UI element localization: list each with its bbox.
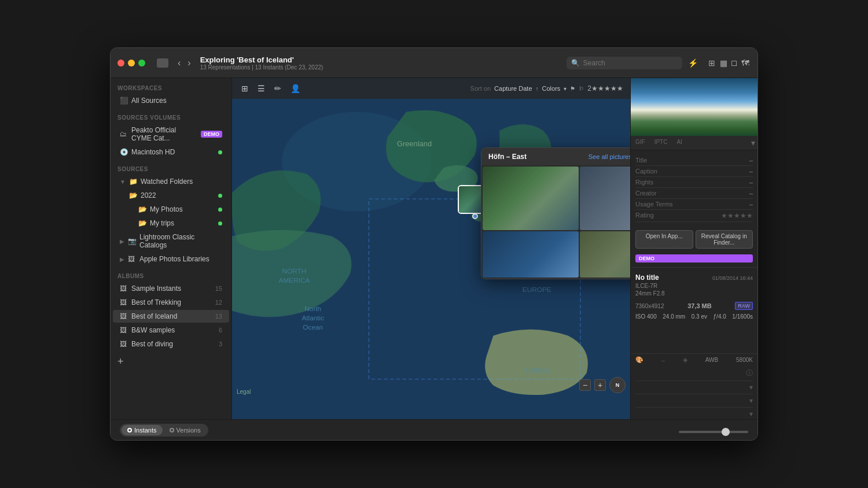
compass[interactable]: N [609, 377, 626, 393]
demo-badge-peakto: DEMO [201, 131, 222, 138]
popup-photo-2[interactable] [580, 167, 630, 230]
sidebar-album-diving[interactable]: 🖼 Best of diving 3 [113, 338, 229, 350]
meta-key-rating: Rating [635, 212, 654, 220]
section-chevron-3[interactable]: ▾ [749, 410, 753, 418]
instants-tab[interactable]: Instants [122, 425, 163, 435]
filter-icon[interactable]: ⚡ [688, 58, 698, 68]
sidebar-item-2022[interactable]: 📂 2022 [113, 189, 229, 202]
adjustment-icon: ◈ [683, 356, 687, 364]
versions-tab[interactable]: Versions [164, 425, 207, 435]
colors-label[interactable]: Colors [542, 85, 561, 92]
album-iceland-label: Best of Iceland [131, 312, 212, 320]
add-album-button[interactable]: + [111, 351, 231, 372]
sources-volumes-label: Sources Volumes [111, 108, 231, 123]
album-diving-icon: 🖼 [120, 340, 128, 348]
raw-badge: RAW [735, 302, 753, 310]
sidebar-item-my-photos[interactable]: 📂 My Photos [113, 203, 229, 216]
drive-icon: 💿 [120, 148, 128, 156]
view-mode-pill: Instants Versions [120, 424, 208, 437]
sidebar-album-sample[interactable]: 🖼 Sample Instants 15 [113, 282, 229, 295]
meta-value-creator: – [749, 190, 753, 197]
search-input[interactable] [583, 59, 664, 67]
close-button[interactable] [117, 60, 124, 66]
info-icon[interactable]: ⓘ [746, 368, 753, 378]
people-icon[interactable]: 👤 [288, 82, 303, 95]
meta-key-caption: Caption [635, 168, 657, 175]
zoom-slider[interactable] [679, 431, 748, 433]
shutter-value: 1/1600s [732, 313, 753, 320]
map-toolbar: ⊞ ☰ ✏ 👤 Sort on Capture Date ↑ Colors ▾ … [232, 78, 630, 99]
search-icon: 🔍 [571, 59, 580, 67]
meta-row-rights: Rights – [635, 177, 753, 188]
app-window: ‹ › Exploring 'Best of Iceland' 13 Repre… [110, 47, 758, 441]
panel-sections: ▾ ▾ ▾ [631, 380, 757, 419]
folder-trips-icon: 📂 [138, 219, 146, 227]
sidebar-toggle[interactable] [157, 58, 168, 68]
panel-chevron-icon[interactable]: ▾ [749, 136, 757, 150]
table-icon[interactable]: ⊞ [239, 82, 251, 95]
versions-tab-icon [170, 428, 174, 432]
map-view-button[interactable]: □ [731, 57, 738, 69]
meta-value-rights: – [749, 179, 753, 186]
sidebar-item-peakto[interactable]: 🗂 Peakto Official CYME Cat... DEMO [113, 124, 229, 145]
tab-gif[interactable]: GIF [631, 136, 650, 150]
split-view-button[interactable]: 🗺 [740, 57, 751, 69]
meta-row-title: Title – [635, 155, 753, 166]
tab-ai[interactable]: AI [672, 136, 686, 150]
sidebar-item-lightroom[interactable]: ▶ 📷 Lightroom Classic Catalogs [113, 231, 229, 252]
tab-iptc[interactable]: IPTC [650, 136, 672, 150]
title-info: Exploring 'Best of Iceland' 13 Represent… [200, 56, 567, 71]
search-bar[interactable]: 🔍 [567, 57, 682, 69]
meta-key-rights: Rights [635, 179, 653, 186]
back-arrow[interactable]: ‹ [175, 57, 183, 69]
sidebar-item-apple-photos[interactable]: ▶ 🖼 Apple Photos Libraries [113, 253, 229, 265]
meta-row-creator: Creator – [635, 188, 753, 199]
minimize-button[interactable] [128, 60, 135, 66]
popup-photo-4[interactable] [580, 231, 630, 278]
sort-value[interactable]: Capture Date [494, 85, 532, 92]
section-chevron-1[interactable]: ▾ [749, 383, 753, 391]
svg-text:NORTH: NORTH [282, 267, 307, 275]
sidebar-album-trekking[interactable]: 🖼 Best of Trekking 12 [113, 296, 229, 309]
flag2-icon[interactable]: ⚐ [579, 86, 584, 92]
sidebar-item-my-trips[interactable]: 📂 My trips [113, 217, 229, 230]
album-iceland-count: 13 [215, 313, 222, 320]
file-size: 37,3 MB [687, 302, 712, 309]
instants-tab-label: Instants [134, 427, 157, 434]
popup-photo-3[interactable] [483, 231, 579, 278]
sidebar-item-watched-folders[interactable]: ▼ 📁 Watched Folders [113, 175, 229, 188]
sidebar-album-bw[interactable]: 🖼 B&W samples 6 [113, 324, 229, 337]
rating-stars-value[interactable]: ★★★★★ [721, 212, 753, 220]
zoom-out-button[interactable]: − [579, 379, 591, 391]
sort-controls: Sort on Capture Date ↑ Colors ▾ ⚑ ⚐ 2★★★… [470, 84, 623, 93]
fullscreen-button[interactable] [138, 60, 145, 66]
title-bar: ‹ › Exploring 'Best of Iceland' 13 Repre… [111, 48, 757, 78]
zoom-in-button[interactable]: + [594, 379, 606, 391]
color-temp: 5800K [736, 357, 753, 363]
edit-tool-icon[interactable]: ✏ [272, 82, 284, 95]
card-icon[interactable]: ☰ [255, 82, 267, 95]
meta-key-title: Title [635, 157, 647, 164]
section-chevron-2[interactable]: ▾ [749, 397, 753, 405]
reveal-in-finder-button[interactable]: Reveal Catalog in Finder... [696, 230, 753, 249]
wb-label: AWB [705, 357, 718, 363]
flag-icon[interactable]: ⚑ [570, 86, 575, 92]
see-all-button[interactable]: See all pictures in this area... [589, 153, 630, 160]
sidebar-item-macintosh[interactable]: 💿 Macintosh HD [113, 146, 229, 158]
panel-preview-image [631, 78, 757, 136]
map-area[interactable]: ⊞ ☰ ✏ 👤 Sort on Capture Date ↑ Colors ▾ … [232, 78, 630, 419]
traffic-lights [117, 60, 145, 66]
rating-stars[interactable]: 2★★★★★ [587, 84, 623, 93]
album-trekking-icon: 🖼 [120, 298, 128, 306]
list-view-button[interactable]: ▦ [719, 57, 729, 69]
lightroom-label: Lightroom Classic Catalogs [139, 233, 222, 249]
sidebar-item-all-sources[interactable]: ⬛ All Sources [113, 94, 229, 107]
popup-photo-1[interactable] [483, 167, 579, 230]
colors-chevron-icon[interactable]: ▾ [564, 86, 567, 92]
album-bw-label: B&W samples [131, 326, 215, 334]
open-in-app-button[interactable]: Open In App... [635, 230, 693, 249]
sidebar-album-iceland[interactable]: 🖼 Best of Iceland 13 [113, 310, 229, 323]
grid-view-button[interactable]: ⊞ [707, 57, 716, 69]
forward-arrow[interactable]: › [185, 57, 193, 69]
sort-direction-icon[interactable]: ↑ [536, 86, 539, 92]
